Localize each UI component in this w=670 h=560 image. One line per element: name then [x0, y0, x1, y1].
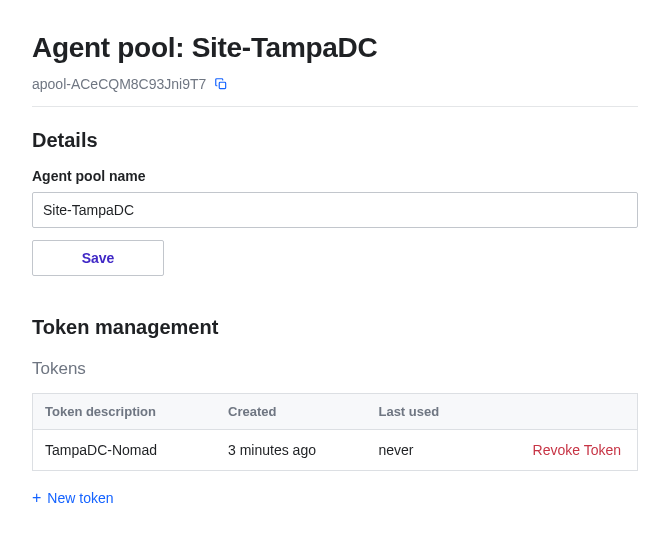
page-title: Agent pool: Site-TampaDC: [32, 32, 638, 64]
table-row: TampaDC-Nomad 3 minutes ago never Revoke…: [33, 430, 638, 471]
cell-description: TampaDC-Nomad: [33, 430, 217, 471]
new-token-label: New token: [47, 490, 113, 506]
col-actions: [480, 394, 637, 430]
tokens-sub-heading: Tokens: [32, 359, 638, 379]
title-pool-name: Site-TampaDC: [192, 32, 378, 63]
col-last-used: Last used: [366, 394, 480, 430]
cell-created: 3 minutes ago: [216, 430, 366, 471]
details-heading: Details: [32, 129, 638, 152]
revoke-token-link[interactable]: Revoke Token: [533, 442, 621, 458]
save-button[interactable]: Save: [32, 240, 164, 276]
pool-id-row: apool-ACeCQM8C93Jni9T7: [32, 76, 638, 107]
token-management-heading: Token management: [32, 316, 638, 339]
svg-rect-0: [220, 82, 226, 88]
plus-icon: +: [32, 490, 41, 506]
title-prefix: Agent pool:: [32, 32, 192, 63]
details-section: Details Agent pool name Save: [32, 129, 638, 276]
col-description: Token description: [33, 394, 217, 430]
cell-last-used: never: [366, 430, 480, 471]
cell-revoke: Revoke Token: [480, 430, 637, 471]
copy-icon[interactable]: [214, 77, 228, 91]
tokens-table: Token description Created Last used Tamp…: [32, 393, 638, 471]
pool-name-input[interactable]: [32, 192, 638, 228]
new-token-button[interactable]: + New token: [32, 490, 114, 506]
col-created: Created: [216, 394, 366, 430]
pool-id: apool-ACeCQM8C93Jni9T7: [32, 76, 206, 92]
pool-name-label: Agent pool name: [32, 168, 638, 184]
token-management-section: Token management Tokens Token descriptio…: [32, 316, 638, 507]
